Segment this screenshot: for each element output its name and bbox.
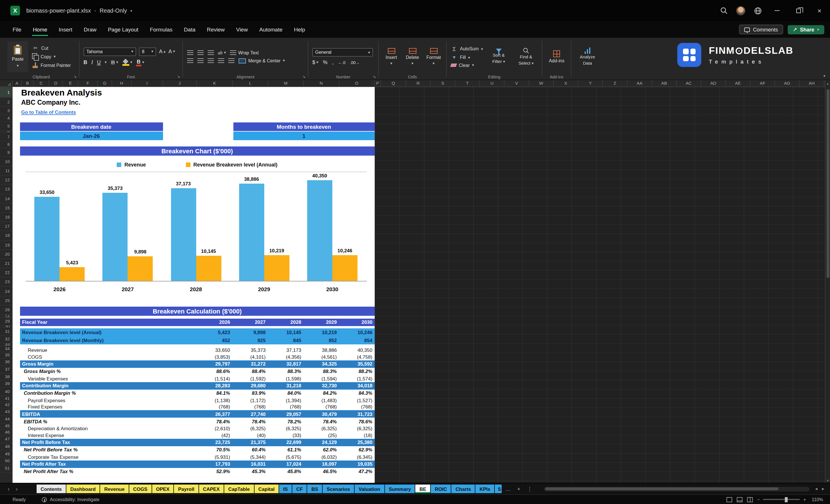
fill-color-button[interactable]: ▾ [122,59,132,66]
sheet-tab-is[interactable]: IS [279,484,292,493]
row-label[interactable]: Gross Margin [20,360,197,368]
row-value[interactable]: (1,594) [304,375,339,382]
increase-decimal-button[interactable]: ←.0 [338,60,346,64]
decrease-decimal-button[interactable]: .00→ [350,60,359,64]
column-header-AE[interactable]: AE [726,80,751,86]
row-header-50[interactable]: 50 [0,458,12,465]
fill-button[interactable]: ▼Fill▾ [451,54,483,61]
row-value[interactable]: 84.2% [304,389,339,397]
row-value[interactable]: (1,172) [232,397,268,404]
row-value[interactable]: 78.4% [304,418,339,426]
column-header-C[interactable]: C [34,80,49,86]
column-header-A[interactable]: A [12,80,22,86]
row-label[interactable]: Interest Expense [20,432,197,439]
column-header-G[interactable]: G [98,80,112,86]
row-label[interactable]: Revenue Breakeven level (Monthly) [20,336,197,344]
row-value[interactable]: (4,356) [268,353,304,360]
menu-automate[interactable]: Automate [253,21,288,38]
menu-file[interactable]: File [7,21,27,38]
row-header-46[interactable]: 46 [0,429,12,436]
row-header-49[interactable]: 49 [0,450,12,458]
dialog-launcher-icon[interactable]: ↘ [73,74,77,79]
row-header-39[interactable]: 39 [0,380,12,387]
menu-view[interactable]: View [230,21,254,38]
vertical-scrollbar[interactable]: ▴ ▾ [825,80,830,483]
fiscal-year-header[interactable]: Fiscal Year [20,318,197,326]
row-label[interactable]: Payroll Expenses [20,397,197,404]
row-header-36[interactable]: 36 [0,358,12,366]
menu-page-layout[interactable]: Page Layout [102,21,144,38]
column-header-O[interactable]: O [339,80,375,86]
row-value[interactable]: 10,246 [339,328,375,336]
row-value[interactable]: (3,853) [197,353,232,360]
column-header-U[interactable]: U [480,80,505,86]
row-value[interactable]: (4,101) [232,353,268,360]
zoom-out-button[interactable]: − [757,497,760,502]
row-value[interactable]: 33,650 [197,347,232,353]
row-value[interactable]: 88.3% [268,368,304,375]
row-value[interactable]: 31,218 [268,382,304,389]
row-value[interactable]: 88.4% [232,368,268,375]
row-header-17[interactable]: 17 [0,222,12,231]
column-header-W[interactable]: W [529,80,554,86]
menu-formulas[interactable]: Formulas [144,21,178,38]
sheet-options-button[interactable]: ⋮ [524,486,536,492]
align-left-icon[interactable] [187,58,193,63]
sheet-tab-s[interactable]: S [495,484,502,493]
row-value[interactable]: 62.9% [339,446,375,454]
row-header-37[interactable]: 37 [0,366,12,373]
row-value[interactable]: 78.4% [232,418,268,426]
row-label[interactable]: EBITDA % [20,418,197,426]
empty-cells-area[interactable] [375,87,825,483]
increase-font-button[interactable]: A▴ [159,49,166,54]
row-value[interactable]: 5,423 [197,328,232,336]
column-header-L[interactable]: L [233,80,268,86]
row-value[interactable]: 70.5% [197,446,232,454]
row-value[interactable]: (1,394) [268,397,304,404]
row-label[interactable]: Corporate Tax Expense [20,454,197,460]
decrease-font-button[interactable]: A▾ [168,49,175,54]
year-header[interactable]: 2030 [339,318,375,326]
font-color-button[interactable]: B▾ [136,59,144,66]
row-value[interactable]: 88.2% [339,368,375,375]
row-value[interactable]: 845 [268,336,304,344]
new-sheet-button[interactable]: + [514,486,524,492]
year-header[interactable]: 2027 [232,318,268,326]
row-header-33[interactable]: 33 [0,343,12,346]
align-bottom-icon[interactable] [208,50,214,55]
column-header-AG[interactable]: AG [775,80,800,86]
menu-data[interactable]: Data [178,21,201,38]
row-label[interactable]: Gross Margin % [20,368,197,375]
row-header-24[interactable]: 24 [0,287,12,296]
row-header-45[interactable]: 45 [0,423,12,429]
row-value[interactable]: (5,344) [232,454,268,460]
row-value[interactable]: 31,272 [232,360,268,368]
row-label[interactable]: Fixed Expenses [20,404,197,410]
column-header-B[interactable]: B [22,80,34,86]
breakeven-chart[interactable]: RevenueRevenue Breakeven level (Annual) … [20,156,375,307]
row-label[interactable]: Net Profit Before Tax [20,439,197,446]
row-value[interactable]: 31,723 [339,410,375,418]
row-header-11[interactable]: 11 [0,166,12,176]
menu-draw[interactable]: Draw [78,21,102,38]
sheet-tab-charts[interactable]: Charts [452,484,475,493]
row-value[interactable]: 46.5% [304,468,339,475]
dialog-launcher-icon[interactable]: ↘ [177,74,180,79]
row-header-38[interactable]: 38 [0,373,12,380]
scroll-down-icon[interactable]: ▾ [825,477,830,483]
row-value[interactable]: 17,793 [197,460,232,468]
bold-button[interactable]: B [84,60,87,65]
row-value[interactable]: 29,057 [268,410,304,418]
row-label[interactable]: Contribution Margin [20,382,197,389]
row-header-48[interactable]: 48 [0,443,12,450]
column-header-AC[interactable]: AC [677,80,701,86]
row-value[interactable]: (6,325) [232,426,268,432]
zoom-slider[interactable] [763,499,800,500]
zoom-slider-thumb[interactable] [785,497,788,502]
column-header-R[interactable]: R [406,80,431,86]
sheet-tab-payroll[interactable]: Payroll [174,484,198,493]
next-sheet-button[interactable]: › [12,486,21,492]
percent-style-button[interactable]: % [323,60,327,65]
row-value[interactable]: 45.8% [268,468,304,475]
row-header-10[interactable]: 10 [0,157,12,166]
